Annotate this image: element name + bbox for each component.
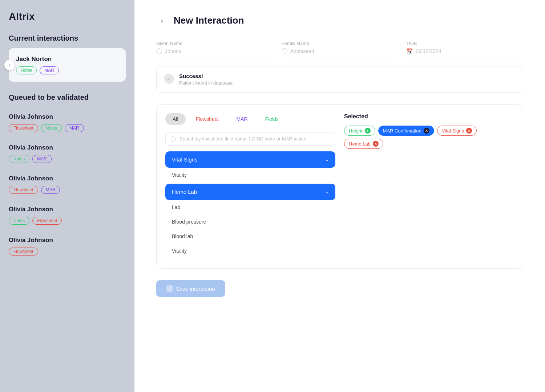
queued-patient-name: Olivia Johnson	[9, 206, 126, 213]
dropdown-header-hemo-lab[interactable]: Hemo Lab ⌄	[165, 184, 335, 200]
left-col: All Flowsheet MAR Fields Search by flows…	[165, 113, 335, 260]
save-button-label: Save interaction	[176, 286, 215, 292]
success-icon: ✓	[164, 74, 174, 84]
tag-mar[interactable]: MAR	[32, 155, 52, 163]
queued-item[interactable]: Olivia Johnson Flowsheet MAR	[9, 169, 126, 200]
dropdown-vital-signs: Vital Signs ⌄ Vitality	[165, 151, 335, 182]
dropdown-sub-lab[interactable]: Lab	[165, 200, 335, 215]
dropdown-groups: Vital Signs ⌄ Vitality Hemo Lab ⌄ Lab Bl…	[165, 151, 335, 258]
dob-value: 09/12/2024	[416, 48, 441, 54]
search-wrapper[interactable]: Search by flowsheet, field name, LOINC c…	[165, 132, 335, 146]
selected-tag-height[interactable]: Height +	[344, 126, 375, 136]
tag-mar[interactable]: MAR	[41, 186, 60, 194]
selection-container: All Flowsheet MAR Fields Search by flows…	[156, 104, 523, 269]
app-title: Altrix	[9, 11, 126, 23]
success-title: Success!	[179, 73, 233, 79]
family-name-value: Appleseed	[290, 48, 314, 54]
remove-mar-btn[interactable]: ✕	[424, 128, 429, 134]
given-name-field: Given Name Johnny	[156, 41, 273, 57]
selection-layout: All Flowsheet MAR Fields Search by flows…	[165, 113, 514, 260]
queued-section-title: Queued to be validated	[9, 93, 126, 102]
tag-mar[interactable]: MAR	[65, 124, 84, 132]
queued-item[interactable]: Olivia Johnson Notes MAR	[9, 138, 126, 169]
dropdown-title-hemo-lab: Hemo Lab	[172, 189, 197, 195]
tag-notes[interactable]: Notes	[9, 217, 29, 225]
left-panel: Altrix Current interactions ‹ Jack Norto…	[0, 0, 134, 392]
current-patient-card[interactable]: ‹ Jack Norton Notes MAR	[9, 48, 126, 82]
success-subtitle: Patient found in database	[179, 80, 233, 86]
selected-tag-vital-label: Vital Signs	[442, 128, 464, 134]
tag-flowsheet[interactable]: Flowsheet	[9, 124, 38, 132]
tab-all[interactable]: All	[165, 113, 186, 125]
dob-label: DOB	[407, 41, 523, 46]
tag-notes[interactable]: Notes	[9, 155, 29, 163]
tag-notes[interactable]: Notes	[16, 66, 37, 74]
queued-patient-name: Olivia Johnson	[9, 237, 126, 244]
queued-item[interactable]: Olivia Johnson Flowsheet Notes MAR	[9, 107, 126, 138]
remove-height-btn[interactable]: +	[365, 128, 371, 134]
right-panel: ‹ New Interaction Given Name Johnny Fami…	[134, 0, 545, 392]
family-name-field: Family Name Appleseed	[282, 41, 398, 57]
selected-tag-mar-label: MAR Confirmation	[383, 128, 421, 134]
tab-fields[interactable]: Fields	[258, 113, 286, 125]
chevron-left-btn[interactable]: ‹	[4, 60, 15, 70]
selected-tag-height-label: Height	[349, 128, 363, 134]
dropdown-chevron-vital-signs: ⌄	[325, 157, 329, 162]
right-col: Selected Height + MAR Confirmation ✕ Vit…	[344, 113, 514, 149]
tab-flowsheet[interactable]: Flowsheet	[189, 113, 226, 125]
current-section-title: Current interactions	[9, 34, 126, 42]
queued-patient-name: Olivia Johnson	[9, 113, 126, 121]
selected-title: Selected	[344, 113, 514, 120]
tag-flowsheet[interactable]: Flowsheet	[9, 186, 38, 194]
queued-section: Queued to be validated Olivia Johnson Fl…	[9, 93, 126, 261]
queued-item[interactable]: Olivia Johnson Notes Flowsheet	[9, 200, 126, 231]
tag-flowsheet[interactable]: Flowsheet	[32, 217, 62, 225]
selected-tags: Height + MAR Confirmation ✕ Vital Signs …	[344, 126, 514, 149]
queued-patient-name: Olivia Johnson	[9, 175, 126, 182]
success-banner: ✓ Success! Patient found in database	[156, 66, 523, 93]
selected-tag-vital-signs[interactable]: Vital Signs ✕	[437, 126, 477, 136]
selected-tag-hemo-label: Hemo Lab	[349, 141, 371, 147]
dropdown-header-vital-signs[interactable]: Vital Signs ⌄	[165, 151, 335, 168]
remove-hemo-lab-btn[interactable]: ✕	[373, 141, 379, 147]
tag-mar[interactable]: MAR	[40, 66, 59, 74]
page-title: New Interaction	[174, 15, 244, 26]
tab-mar[interactable]: MAR	[229, 113, 255, 125]
calendar-icon: 📅	[407, 48, 413, 54]
dropdown-sub-vitality-1[interactable]: Vitality	[165, 168, 335, 182]
given-name-icon	[156, 48, 162, 54]
dropdown-sub-vitality-2[interactable]: Vitality	[165, 244, 335, 258]
page-header: ‹ New Interaction	[156, 15, 523, 26]
patient-form-row: Given Name Johnny Family Name Appleseed …	[156, 41, 523, 57]
search-icon	[171, 136, 176, 142]
queued-patient-name: Olivia Johnson	[9, 144, 126, 151]
current-patient-name: Jack Norton	[16, 56, 118, 63]
dropdown-hemo-lab: Hemo Lab ⌄ Lab Blood pressure Blood lab …	[165, 184, 335, 258]
filter-tabs: All Flowsheet MAR Fields	[165, 113, 335, 125]
family-name-icon	[282, 48, 287, 54]
tag-flowsheet[interactable]: Flowsheet	[9, 248, 38, 256]
search-placeholder: Search by flowsheet, field name, LOINC c…	[179, 136, 306, 142]
dropdown-chevron-hemo-lab: ⌄	[325, 189, 329, 195]
dropdown-sub-blood-lab[interactable]: Blood lab	[165, 229, 335, 244]
remove-vital-signs-btn[interactable]: ✕	[466, 128, 472, 134]
selected-tag-mar-confirmation[interactable]: MAR Confirmation ✕	[378, 126, 434, 136]
family-name-label: Family Name	[282, 41, 398, 46]
back-button[interactable]: ‹	[156, 15, 168, 26]
save-interaction-button[interactable]: ✓ Save interaction	[156, 280, 225, 297]
dob-field: DOB 📅 09/12/2024	[407, 41, 523, 57]
save-check-icon: ✓	[166, 285, 173, 292]
tag-notes[interactable]: Notes	[41, 124, 62, 132]
selected-tag-hemo-lab[interactable]: Hemo Lab ✕	[344, 139, 383, 149]
current-patient-tags: Notes MAR	[16, 66, 118, 74]
dropdown-sub-blood-pressure[interactable]: Blood pressure	[165, 215, 335, 229]
given-name-value: Johnny	[165, 48, 181, 54]
queued-item[interactable]: Olivia Johnson Flowsheet	[9, 231, 126, 261]
dropdown-title-vital-signs: Vital Signs	[172, 156, 198, 163]
given-name-label: Given Name	[156, 41, 273, 46]
